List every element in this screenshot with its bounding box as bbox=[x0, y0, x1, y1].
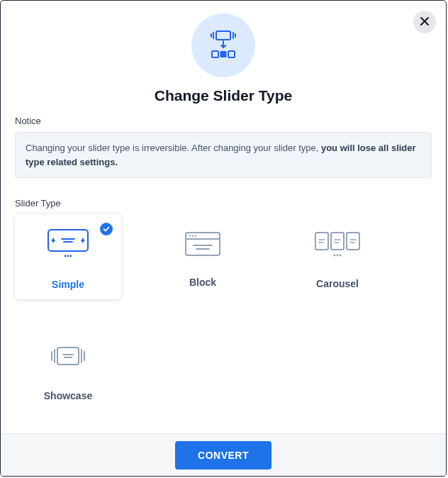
notice-label: Notice bbox=[15, 116, 432, 126]
svg-rect-17 bbox=[315, 233, 328, 250]
option-block[interactable]: Block bbox=[150, 214, 256, 299]
check-icon bbox=[100, 223, 113, 235]
notice-box: Changing your slider type is irreversibl… bbox=[15, 132, 432, 178]
svg-rect-1 bbox=[212, 51, 218, 57]
slider-type-label: Slider Type bbox=[15, 198, 432, 209]
svg-point-12 bbox=[189, 235, 191, 236]
svg-point-9 bbox=[70, 255, 72, 257]
block-slider-icon bbox=[181, 230, 224, 261]
simple-slider-icon bbox=[46, 228, 90, 263]
convert-button[interactable]: CONVERT bbox=[175, 441, 271, 469]
notice-text: Changing your slider type is irreversibl… bbox=[26, 143, 321, 153]
option-simple[interactable]: Simple bbox=[15, 214, 121, 299]
carousel-slider-icon bbox=[312, 228, 363, 262]
option-label: Simple bbox=[52, 279, 84, 290]
slider-type-options: Simple Block bbox=[15, 214, 432, 413]
option-showcase[interactable]: Showcase bbox=[15, 328, 121, 413]
svg-point-27 bbox=[337, 255, 339, 257]
svg-rect-10 bbox=[186, 233, 220, 255]
modal-footer: CONVERT bbox=[1, 433, 446, 476]
svg-rect-2 bbox=[220, 51, 227, 57]
option-carousel[interactable]: Carousel bbox=[284, 214, 391, 299]
svg-point-8 bbox=[67, 255, 69, 257]
svg-point-26 bbox=[334, 255, 336, 257]
modal-body: Change Slider Type Notice Changing your … bbox=[1, 1, 446, 433]
svg-rect-3 bbox=[228, 51, 235, 57]
close-icon bbox=[420, 15, 430, 30]
option-label: Carousel bbox=[316, 278, 359, 289]
svg-rect-29 bbox=[57, 348, 79, 365]
showcase-slider-icon bbox=[45, 343, 91, 374]
close-button[interactable] bbox=[413, 11, 436, 33]
svg-point-14 bbox=[195, 235, 196, 236]
svg-point-28 bbox=[340, 255, 342, 257]
option-label: Showcase bbox=[44, 390, 92, 401]
option-label: Block bbox=[189, 277, 216, 288]
svg-rect-19 bbox=[347, 233, 359, 250]
modal-title: Change Slider Type bbox=[15, 87, 432, 104]
svg-rect-0 bbox=[216, 31, 230, 40]
svg-rect-18 bbox=[331, 233, 344, 250]
slider-convert-icon bbox=[191, 13, 255, 77]
svg-point-7 bbox=[65, 255, 67, 257]
change-slider-type-modal: Change Slider Type Notice Changing your … bbox=[0, 0, 447, 477]
svg-point-13 bbox=[192, 235, 194, 236]
